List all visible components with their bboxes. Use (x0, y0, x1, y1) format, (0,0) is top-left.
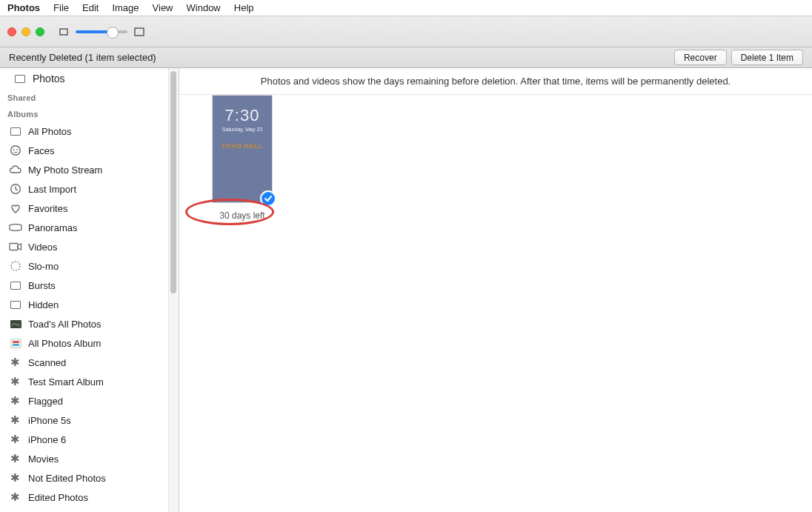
delete-button[interactable]: Delete 1 Item (731, 50, 803, 65)
svg-point-2 (11, 146, 21, 156)
menu-view[interactable]: View (153, 2, 173, 13)
gear-icon (9, 471, 22, 485)
menu-app[interactable]: Photos (7, 2, 40, 13)
svg-rect-9 (11, 339, 21, 348)
recover-button[interactable]: Recover (674, 50, 727, 65)
sidebar-item-album[interactable]: Favorites (0, 199, 179, 218)
sidebar-item-label: Not Edited Photos (28, 473, 106, 484)
menu-edit[interactable]: Edit (82, 2, 99, 13)
page-title: Recently Deleted (1 item selected) (9, 52, 670, 63)
gear-icon (9, 413, 22, 427)
sidebar-item-album[interactable]: Panoramas (0, 218, 179, 237)
sidebar-item-album[interactable]: Hidden (0, 295, 179, 314)
rect-icon (9, 279, 22, 292)
sidebar-item-label: Photos (33, 73, 65, 84)
menu-image[interactable]: Image (112, 2, 139, 13)
selection-checkmark-icon (260, 190, 276, 207)
sidebar-item-label: Videos (28, 242, 58, 253)
sidebar-item-label: Panoramas (28, 222, 77, 233)
sidebar-item-album[interactable]: Not Edited Photos (0, 468, 179, 488)
sidebar-scrollbar-track[interactable] (168, 68, 179, 512)
svg-point-7 (11, 262, 20, 270)
gear-icon (9, 491, 22, 504)
sidebar-item-album[interactable]: My Photo Stream (0, 160, 179, 179)
sidebar-item-album[interactable]: Flagged (0, 391, 179, 410)
svg-rect-1 (135, 28, 144, 36)
gear-icon (9, 356, 22, 369)
thumb-small-icon (58, 26, 70, 38)
rect-icon (9, 298, 22, 311)
sidebar-item-label: Hidden (28, 299, 59, 310)
thumb-clock-time: 7:30 (213, 96, 272, 125)
sidebar-header-shared: Shared (0, 89, 179, 105)
sidebar-item-album[interactable]: All Photos (0, 122, 179, 141)
info-banner: Photos and videos show the days remainin… (179, 68, 812, 95)
sidebar-item-label: Faces (28, 145, 54, 156)
sidebar-header-albums: Albums (0, 105, 179, 122)
action-bar: Recently Deleted (1 item selected) Recov… (0, 47, 812, 68)
rect-icon (9, 124, 22, 138)
sidebar-item-album[interactable]: Last Import (0, 179, 179, 199)
clock-icon (9, 182, 22, 196)
gear-icon (9, 452, 22, 465)
album-icon (9, 317, 22, 330)
menu-help[interactable]: Help (234, 2, 254, 13)
sidebar-item-label: Last Import (28, 184, 76, 195)
svg-rect-0 (60, 29, 67, 35)
sidebar-item-album[interactable]: Test Smart Album (0, 372, 179, 391)
menu-window[interactable]: Window (187, 2, 221, 13)
thumb-large-icon (133, 26, 145, 38)
window-controls (7, 27, 44, 36)
sidebar-item-album[interactable]: Slo-mo (0, 256, 179, 276)
sidebar-item-album[interactable]: Edited Photos (0, 488, 179, 507)
sidebar-item-label: My Photo Stream (28, 164, 102, 176)
sidebar-item-label: Favorites (28, 203, 67, 214)
deleted-photo-item[interactable]: 7:30 Saturday, May 23 TOAD HALL 30 days … (202, 95, 283, 221)
photo-thumbnail[interactable]: 7:30 Saturday, May 23 TOAD HALL (212, 95, 273, 203)
gear-icon (9, 375, 22, 388)
face-icon (9, 144, 22, 157)
sidebar-item-album[interactable]: iPhone 5s (0, 410, 179, 430)
sidebar-item-label: Bursts (28, 280, 56, 291)
video-icon (9, 240, 22, 253)
sidebar-scrollbar-thumb[interactable] (170, 71, 176, 293)
sidebar-item-label: All Photos (28, 126, 72, 137)
content-area: Photos and videos show the days remainin… (179, 68, 812, 512)
sidebar-item-album[interactable]: iPhone 6 (0, 430, 179, 449)
svg-point-3 (13, 149, 15, 150)
sidebar-item-album[interactable]: Videos (0, 237, 179, 256)
photos-icon (13, 72, 27, 85)
sidebar-item-label: Scanned (28, 357, 66, 368)
minimize-window-button[interactable] (21, 27, 30, 36)
fullscreen-window-button[interactable] (36, 27, 44, 36)
sidebar-item-album[interactable]: Bursts (0, 276, 179, 295)
sidebar-item-label: Slo-mo (28, 261, 59, 272)
thumbnail-zoom-slider[interactable] (76, 30, 127, 33)
sidebar-item-label: Test Smart Album (28, 376, 104, 388)
sidebar-item-album[interactable]: All Photos Album (0, 333, 179, 353)
window-toolbar (0, 16, 812, 47)
sidebar-item-album[interactable]: Scanned (0, 353, 179, 372)
cloud-icon (9, 163, 22, 176)
sidebar-item-label: Flagged (28, 396, 63, 407)
heart-icon (9, 202, 22, 215)
pano-icon (9, 221, 22, 234)
svg-point-4 (16, 149, 18, 150)
gear-icon (9, 433, 22, 446)
album2-icon (9, 336, 22, 350)
sidebar-item-label: All Photos Album (28, 338, 101, 349)
close-window-button[interactable] (7, 27, 16, 36)
gear-icon (9, 394, 22, 408)
menu-file[interactable]: File (53, 2, 69, 13)
sidebar-item-album[interactable]: Movies (0, 449, 179, 468)
sidebar-item-album[interactable]: Toad's All Photos (0, 314, 179, 333)
thumb-date: Saturday, May 23 (213, 127, 272, 132)
slomo-icon (9, 259, 22, 273)
sidebar-item-photos[interactable]: Photos (0, 68, 179, 89)
sidebar-item-label: iPhone 5s (28, 415, 71, 426)
sidebar-item-label: Movies (28, 453, 59, 465)
sidebar-item-label: Toad's All Photos (28, 319, 102, 330)
svg-rect-6 (10, 244, 18, 250)
sidebar-item-album[interactable]: Faces (0, 141, 179, 160)
sidebar: Photos Shared Albums All PhotosFacesMy P… (0, 68, 179, 512)
